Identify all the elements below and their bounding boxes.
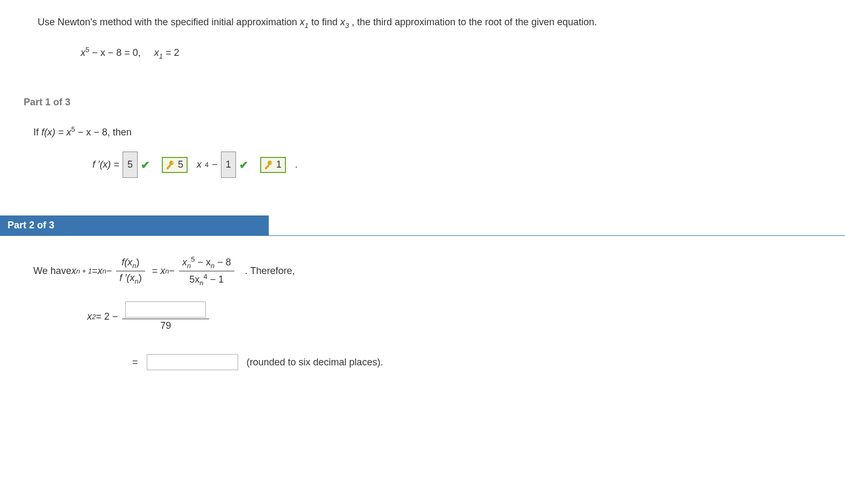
x2-line: x2 = 2 − 79 [33, 301, 845, 332]
fraction-1: f(xn) f ′(xn) [116, 257, 145, 285]
part1-fprime-line: f ′(x) = 5 ✔ 5 x4 − 1 ✔ 1 . [33, 152, 845, 178]
problem-text-b: to find [311, 17, 340, 27]
equation: x5 − x − 8 = 0, x1 = 2 [38, 41, 807, 64]
rounded-text: (rounded to six decimal places). [247, 357, 383, 368]
x3-var: x3 [340, 17, 349, 27]
x2-denominator: 79 [122, 319, 209, 332]
key-icon [163, 157, 178, 172]
problem-text-c: , the third approximation to the root of… [352, 17, 597, 27]
part2-label: Part 2 of 3 [0, 215, 269, 235]
part1-if-line: If f(x) = x5 − x − 8, then [33, 121, 845, 144]
fprime-label: f ′(x) = [92, 153, 119, 176]
fraction-x2: 79 [122, 301, 209, 332]
check-icon: ✔ [141, 152, 150, 178]
numerator-input[interactable] [125, 301, 206, 318]
key-answer-1: 5 [162, 157, 188, 173]
answer-box-1: 5 [123, 152, 138, 178]
problem-statement: Use Newton's method with the specified i… [0, 0, 845, 64]
part1-body: If f(x) = x5 − x − 8, then f ′(x) = 5 ✔ … [0, 108, 845, 178]
therefore-text: . Therefore, [245, 265, 295, 277]
newton-formula: We have xn + 1 = xn − f(xn) f ′(xn) = xn… [33, 255, 845, 286]
result-input[interactable] [147, 354, 238, 370]
key-answer-2: 1 [260, 157, 286, 173]
x1-var: x1 [300, 17, 309, 27]
result-line: = (rounded to six decimal places). [33, 354, 845, 370]
part2-body: We have xn + 1 = xn − f(xn) f ′(xn) = xn… [0, 235, 845, 370]
part1-label: Part 1 of 3 [24, 97, 845, 108]
answer-box-2: 1 [221, 152, 236, 178]
period: . [295, 153, 298, 176]
key-icon [261, 157, 276, 172]
fraction-2: xn5 − xn − 8 5xn4 − 1 [179, 255, 234, 286]
problem-text-a: Use Newton's method with the specified i… [38, 17, 300, 27]
check-icon: ✔ [239, 152, 248, 178]
